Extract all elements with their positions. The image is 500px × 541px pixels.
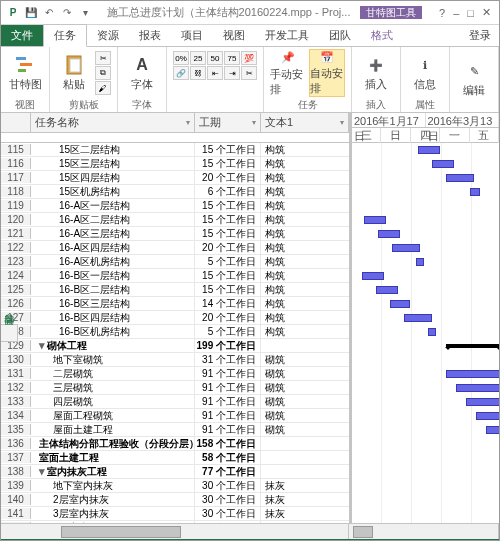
help-icon[interactable]: ? <box>439 7 445 19</box>
gantt-bar[interactable] <box>446 370 499 378</box>
task-name-cell[interactable]: 屋面工程砌筑 <box>31 409 195 423</box>
manual-schedule-button[interactable]: 📌 手动安排 <box>270 49 306 97</box>
pct-0-icon[interactable]: 0% <box>173 51 189 65</box>
duration-cell[interactable]: 77 个工作日 <box>195 465 261 479</box>
duration-cell[interactable]: 91 个工作日 <box>195 367 261 381</box>
col-duration-header[interactable]: 工期▾ <box>195 113 261 132</box>
table-row[interactable]: 131二层砌筑91 个工作日砌筑 <box>1 367 349 381</box>
task-name-cell[interactable]: 16-B区四层结构 <box>31 311 195 325</box>
table-row[interactable]: 133四层砌筑91 个工作日砌筑 <box>1 395 349 409</box>
copy-icon[interactable]: ⧉ <box>95 66 111 80</box>
text1-cell[interactable]: 构筑 <box>261 185 349 199</box>
pct-25-icon[interactable]: 25 <box>190 51 206 65</box>
duration-cell[interactable]: 58 个工作日 <box>195 451 261 465</box>
maximize-icon[interactable]: □ <box>467 7 474 19</box>
table-row[interactable]: 12016-A区二层结构15 个工作日构筑 <box>1 213 349 227</box>
tab-file[interactable]: 文件 <box>1 25 43 46</box>
pct-100-icon[interactable]: 💯 <box>241 51 257 65</box>
unlink-icon[interactable]: ⛓ <box>190 66 206 80</box>
text1-cell[interactable]: 构筑 <box>261 241 349 255</box>
duration-cell[interactable]: 30 个工作日 <box>195 521 261 524</box>
task-name-cell[interactable]: 二层砌筑 <box>31 367 195 381</box>
text1-cell[interactable]: 构筑 <box>261 213 349 227</box>
duration-cell[interactable]: 15 个工作日 <box>195 227 261 241</box>
duration-cell[interactable]: 15 个工作日 <box>195 143 261 157</box>
task-name-cell[interactable]: 屋面土建工程 <box>31 423 195 437</box>
tab-resource[interactable]: 资源 <box>87 25 129 46</box>
gantt-bar[interactable] <box>416 258 424 266</box>
text1-cell[interactable]: 砌筑 <box>261 367 349 381</box>
task-name-cell[interactable]: 三层砌筑 <box>31 381 195 395</box>
task-name-cell[interactable]: 15区二层结构 <box>31 143 195 157</box>
scrollbar-thumb[interactable] <box>353 526 373 538</box>
task-name-cell[interactable]: 16-A区三层结构 <box>31 227 195 241</box>
text1-cell[interactable]: 抹灰 <box>261 507 349 521</box>
duration-cell[interactable]: 15 个工作日 <box>195 213 261 227</box>
duration-cell[interactable]: 31 个工作日 <box>195 353 261 367</box>
duration-cell[interactable]: 5 个工作日 <box>195 325 261 339</box>
duration-cell[interactable]: 20 个工作日 <box>195 171 261 185</box>
table-row[interactable]: 12616-B区三层结构14 个工作日构筑 <box>1 297 349 311</box>
task-name-cell[interactable]: 4层室内抹灰 <box>31 521 195 524</box>
gantt-bar[interactable] <box>362 272 384 280</box>
task-name-cell[interactable]: 16-B区二层结构 <box>31 283 195 297</box>
table-row[interactable]: 12716-B区四层结构20 个工作日构筑 <box>1 311 349 325</box>
tab-team[interactable]: 团队 <box>319 25 361 46</box>
table-row[interactable]: 12316-A区机房结构5 个工作日构筑 <box>1 255 349 269</box>
table-row[interactable]: 12416-B区一层结构15 个工作日构筑 <box>1 269 349 283</box>
task-name-cell[interactable]: 16-B区一层结构 <box>31 269 195 283</box>
task-name-cell[interactable]: 16-A区机房结构 <box>31 255 195 269</box>
text1-cell[interactable]: 构筑 <box>261 325 349 339</box>
tab-report[interactable]: 报表 <box>129 25 171 46</box>
info-button[interactable]: ℹ 信息 <box>407 49 443 97</box>
task-name-cell[interactable]: 16-A区四层结构 <box>31 241 195 255</box>
table-row[interactable]: 12116-A区三层结构15 个工作日构筑 <box>1 227 349 241</box>
gantt-bar[interactable] <box>364 216 386 224</box>
duration-cell[interactable]: 15 个工作日 <box>195 199 261 213</box>
duration-cell[interactable]: 91 个工作日 <box>195 423 261 437</box>
table-row[interactable]: 1413层室内抹灰30 个工作日抹灰 <box>1 507 349 521</box>
gantt-bar[interactable] <box>446 174 474 182</box>
table-row[interactable]: 137室面土建工程58 个工作日 <box>1 451 349 465</box>
task-name-cell[interactable]: ▾室内抹灰工程 <box>31 465 195 479</box>
link-icon[interactable]: 🔗 <box>173 66 189 80</box>
duration-cell[interactable]: 15 个工作日 <box>195 157 261 171</box>
text1-cell[interactable]: 抹灰 <box>261 493 349 507</box>
table-row[interactable]: 138▾室内抹灰工程77 个工作日 <box>1 465 349 479</box>
duration-cell[interactable]: 20 个工作日 <box>195 311 261 325</box>
redo-icon[interactable]: ↷ <box>59 5 75 21</box>
tab-format[interactable]: 格式 <box>361 25 403 46</box>
scrollbar-thumb[interactable] <box>61 526 181 538</box>
task-name-cell[interactable]: 15区三层结构 <box>31 157 195 171</box>
gantt-bar[interactable] <box>486 426 499 434</box>
paste-button[interactable]: 粘贴 <box>56 49 92 97</box>
duration-cell[interactable]: 15 个工作日 <box>195 269 261 283</box>
text1-cell[interactable]: 构筑 <box>261 227 349 241</box>
text1-cell[interactable]: 构筑 <box>261 297 349 311</box>
duration-cell[interactable]: 91 个工作日 <box>195 409 261 423</box>
pct-75-icon[interactable]: 75 <box>224 51 240 65</box>
duration-cell[interactable]: 91 个工作日 <box>195 381 261 395</box>
task-name-cell[interactable]: 16-A区一层结构 <box>31 199 195 213</box>
col-id-header[interactable] <box>1 113 31 132</box>
task-name-cell[interactable]: ▾砌体工程 <box>31 339 195 353</box>
table-row[interactable]: 11815区机房结构6 个工作日构筑 <box>1 185 349 199</box>
table-row[interactable]: 134屋面工程砌筑91 个工作日砌筑 <box>1 409 349 423</box>
gantt-bar[interactable] <box>470 188 480 196</box>
task-name-cell[interactable]: 16-B区三层结构 <box>31 297 195 311</box>
gantt-bar[interactable] <box>404 314 432 322</box>
task-name-cell[interactable]: 地下室内抹灰 <box>31 479 195 493</box>
task-name-cell[interactable]: 16-A区二层结构 <box>31 213 195 227</box>
auto-schedule-button[interactable]: 📅 自动安排 <box>309 49 345 97</box>
table-row[interactable]: 12816-B区机房结构5 个工作日构筑 <box>1 325 349 339</box>
text1-cell[interactable]: 砌筑 <box>261 353 349 367</box>
split-icon[interactable]: ✂ <box>241 66 257 80</box>
gantt-chart[interactable] <box>352 143 499 523</box>
duration-cell[interactable]: 199 个工作日 <box>195 339 261 353</box>
text1-cell[interactable]: 抹灰 <box>261 479 349 493</box>
gantt-bar[interactable] <box>392 244 420 252</box>
table-row[interactable]: 11715区四层结构20 个工作日构筑 <box>1 171 349 185</box>
table-row[interactable]: 11515区二层结构15 个工作日构筑 <box>1 143 349 157</box>
table-row[interactable]: 132三层砌筑91 个工作日砌筑 <box>1 381 349 395</box>
minimize-icon[interactable]: – <box>453 7 459 19</box>
